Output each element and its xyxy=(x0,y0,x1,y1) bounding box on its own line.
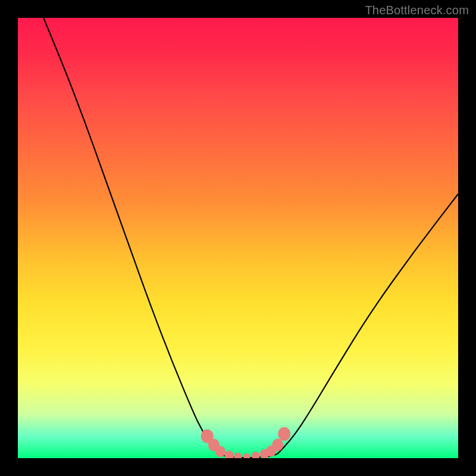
highlight-marker xyxy=(278,427,290,441)
highlight-marker xyxy=(225,450,234,458)
chart-svg xyxy=(18,18,458,458)
highlight-marker xyxy=(243,453,250,459)
chart-frame: TheBottleneck.com xyxy=(0,0,476,476)
highlight-marker xyxy=(215,446,226,457)
highlight-marker xyxy=(234,452,242,458)
watermark-text: TheBottleneck.com xyxy=(365,4,469,17)
highlight-marker xyxy=(272,439,283,451)
highlight-marker xyxy=(252,452,259,458)
left-curve xyxy=(40,18,225,456)
right-curve xyxy=(278,194,458,454)
